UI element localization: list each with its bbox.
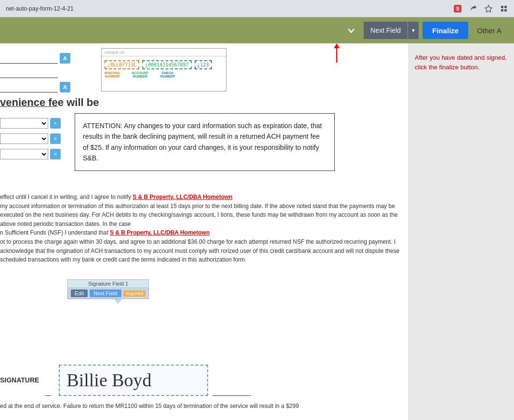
- check-number-label: CHECKNUMBER: [160, 71, 175, 78]
- routing-label: ROUTINGNUMBER: [105, 71, 120, 78]
- dropdown-row-1: ≡: [0, 118, 61, 129]
- field-row-1: A: [0, 53, 70, 64]
- svg-marker-2: [485, 5, 492, 12]
- tooltip-arrow: [114, 299, 122, 304]
- profile-icon[interactable]: S: [453, 4, 462, 13]
- next-field-dropdown[interactable]: ▾: [408, 22, 419, 39]
- attention-text: ATTENTION: Any changes to your card info…: [83, 122, 322, 162]
- tab-title: net-auto-pay-form-12-4-21: [6, 5, 74, 12]
- svg-rect-4: [504, 6, 507, 8]
- termination-text: ed at the end of service. Failure to ret…: [0, 402, 403, 410]
- share-icon[interactable]: [469, 4, 477, 13]
- dropdown-rows: ≡ ≡ ≡: [0, 118, 61, 164]
- star-icon[interactable]: [484, 4, 493, 13]
- field-input-2[interactable]: [0, 67, 58, 78]
- signature-tooltip-actions: Edit Next Field required: [67, 288, 149, 299]
- dropdown-select-1[interactable]: [0, 118, 48, 129]
- sig-required-badge: required: [123, 290, 146, 297]
- field-row-2: [0, 67, 70, 78]
- company-name-2: S & B Property, LLC/DBA Hometown: [110, 229, 210, 236]
- sig-line-after: [212, 395, 251, 396]
- main-content: A A ORDER OF ¿0LL07733L ¿00014314567897 …: [0, 43, 514, 420]
- account-number: ¿00014314567897: [142, 60, 191, 69]
- dropdown-badge-1[interactable]: ≡: [50, 118, 61, 129]
- fee-heading: venience fee will be: [0, 96, 99, 109]
- signature-value: Billie Boyd: [60, 366, 207, 394]
- field-input-3[interactable]: [0, 82, 58, 92]
- document-area: A A ORDER OF ¿0LL07733L ¿00014314567897 …: [0, 43, 408, 420]
- right-panel-instruction: After you have dated and signed, click t…: [415, 53, 507, 72]
- list-icon-2: ≡: [54, 136, 56, 141]
- svg-rect-5: [501, 9, 503, 12]
- check-number: ¿123: [195, 60, 212, 69]
- list-icon-1: ≡: [54, 121, 56, 126]
- sig-edit-button[interactable]: Edit: [71, 289, 88, 297]
- chevron-down-button[interactable]: [343, 22, 360, 39]
- sig-line-before: [45, 395, 51, 396]
- sig-next-button[interactable]: Next Field: [90, 289, 121, 297]
- check-order-of-label: ORDER OF: [102, 49, 226, 56]
- finalize-arrow: [332, 43, 342, 67]
- toolbar: Next Field ▾ Finalize Other A: [0, 17, 514, 43]
- signature-box[interactable]: Billie Boyd: [59, 365, 208, 396]
- signature-field-label: Signature Field 1: [67, 279, 149, 288]
- routing-number: ¿0LL07733L: [105, 60, 139, 69]
- check-image: ORDER OF ¿0LL07733L ¿00014314567897 ¿123…: [101, 48, 226, 92]
- browser-icons: S: [453, 4, 508, 13]
- browser-bar: net-auto-pay-form-12-4-21 S: [0, 0, 514, 17]
- next-field-button[interactable]: Next Field ▾: [364, 22, 419, 39]
- field-badge-3[interactable]: A: [60, 82, 70, 92]
- dropdown-row-3: ≡: [0, 149, 61, 159]
- attention-box: ATTENTION: Any changes to your card info…: [75, 113, 335, 171]
- signature-label: SIGNATURE: [0, 376, 39, 384]
- dropdown-badge-3[interactable]: ≡: [50, 149, 61, 159]
- legal-nsf-line: n Sufficient Funds (NSF) I understand th…: [0, 228, 403, 237]
- check-labels: ROUTINGNUMBER ACCOUNTNUMBER CHECKNUMBER: [102, 71, 226, 78]
- finalize-button[interactable]: Finalize: [422, 22, 468, 39]
- legal-line-2: my account information or termination of…: [0, 202, 403, 229]
- company-name-1: S & B Property, LLC/DBA Hometown: [132, 194, 232, 200]
- legal-text: effect until I cancel it in writing, and…: [0, 193, 403, 264]
- dropdown-select-3[interactable]: [0, 149, 48, 159]
- svg-rect-3: [501, 6, 503, 8]
- check-numbers-row: ¿0LL07733L ¿00014314567897 ¿123: [102, 56, 226, 71]
- signature-section: SIGNATURE Billie Boyd: [0, 365, 403, 396]
- extension-icon[interactable]: [500, 4, 508, 13]
- field-row-3: A: [0, 82, 70, 92]
- svg-text:S: S: [456, 6, 460, 12]
- field-input-1[interactable]: [0, 53, 58, 64]
- next-field-label: Next Field: [364, 26, 408, 34]
- svg-rect-6: [504, 9, 507, 12]
- dropdown-select-2[interactable]: [0, 133, 48, 144]
- signature-tooltip-container: Signature Field 1 Edit Next Field requir…: [67, 279, 149, 304]
- legal-line-3: ot to process the charge again within 30…: [0, 237, 403, 264]
- right-panel: After you have dated and signed, click t…: [408, 43, 514, 420]
- other-button[interactable]: Other A: [472, 26, 506, 35]
- account-label: ACCOUNTNUMBER: [132, 71, 148, 78]
- dropdown-row-2: ≡: [0, 133, 61, 144]
- svg-marker-8: [334, 43, 340, 48]
- field-badge-1[interactable]: A: [60, 53, 70, 64]
- list-icon-3: ≡: [54, 152, 56, 157]
- legal-line-1: effect until I cancel it in writing, and…: [0, 193, 403, 202]
- dropdown-badge-2[interactable]: ≡: [50, 133, 61, 144]
